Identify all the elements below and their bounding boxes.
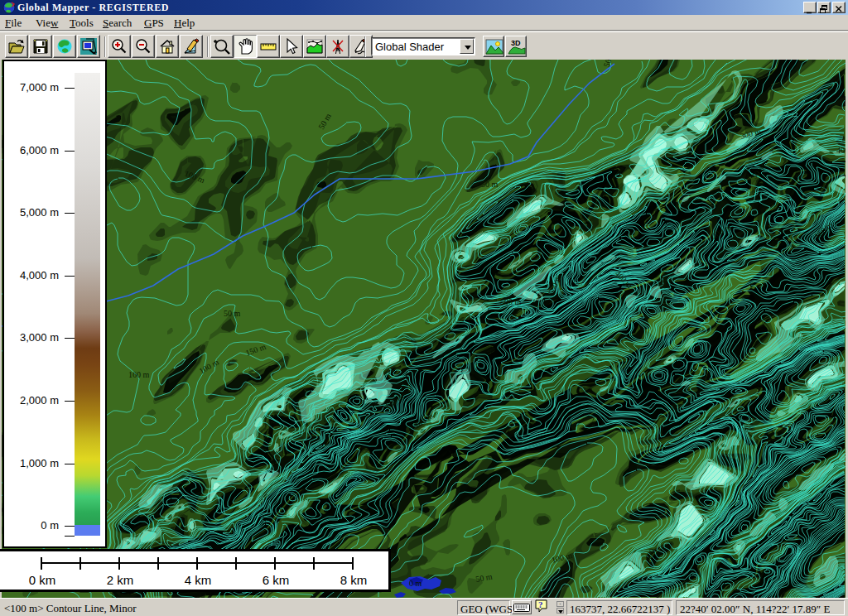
- svg-text:3D: 3D: [511, 39, 521, 47]
- svg-text:50 m: 50 m: [481, 180, 499, 189]
- svg-text:160 m: 160 m: [128, 370, 150, 379]
- svg-text:100 m: 100 m: [658, 268, 668, 290]
- svg-text:0 m: 0 m: [409, 579, 422, 588]
- svg-text:500 m: 500 m: [500, 297, 522, 306]
- svg-text:50 m: 50 m: [224, 309, 241, 318]
- svg-text:400: 400: [836, 146, 846, 155]
- svg-text:?: ?: [538, 599, 543, 609]
